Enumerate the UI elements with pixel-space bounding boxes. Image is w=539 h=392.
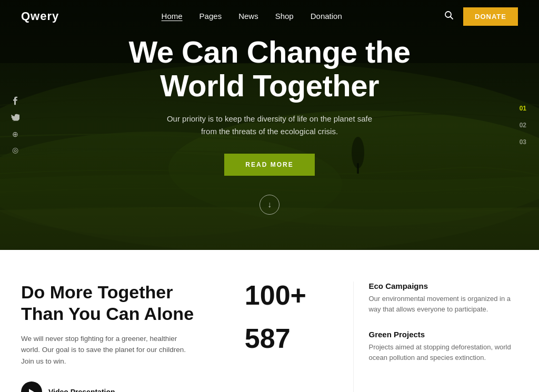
slide-indicator-3[interactable]: 03: [520, 138, 526, 146]
slide-indicator-2[interactable]: 02: [520, 122, 526, 129]
info-title-1: Eco Campaigns: [368, 282, 518, 290]
nav-item-donation[interactable]: Donation: [311, 12, 342, 21]
nav-item-pages[interactable]: Pages: [199, 12, 222, 21]
video-label: Video Presentation: [48, 388, 115, 392]
hero-content: We Can Change the World Together Our pri…: [0, 0, 539, 250]
svg-marker-10: [29, 389, 34, 392]
content-description: We will never stop fighting for a greene…: [21, 333, 189, 367]
facebook-icon[interactable]: [11, 96, 20, 106]
instagram-icon[interactable]: ◎: [11, 145, 20, 154]
navigation: Qwery Home Pages News Shop Donation: [0, 0, 539, 33]
nav-right: DONATE: [444, 7, 518, 26]
play-button[interactable]: [21, 381, 42, 392]
slide-indicators: 01 02 03: [520, 105, 526, 146]
content-section: Do More Together Than You Can Alone We w…: [0, 250, 539, 392]
info-item-2: Green Projects Projects aimed at stoppin…: [368, 330, 518, 363]
content-left: Do More Together Than You Can Alone We w…: [21, 282, 245, 392]
content-heading: Do More Together Than You Can Alone: [21, 282, 224, 325]
social-sidebar: ⊕ ◎: [11, 96, 20, 154]
info-title-2: Green Projects: [368, 330, 518, 339]
nav-item-home[interactable]: Home: [162, 12, 183, 21]
scroll-down-button[interactable]: ↓: [259, 195, 280, 215]
site-logo[interactable]: Qwery: [21, 9, 59, 23]
donate-button[interactable]: DONATE: [463, 7, 518, 26]
hero-section: Qwery Home Pages News Shop Donation: [0, 0, 539, 250]
stat-item-1: 100+: [245, 282, 338, 309]
video-presentation-link[interactable]: Video Presentation: [21, 381, 224, 392]
info-desc-1: Our environmental movement is organized …: [368, 294, 518, 314]
stats-numbers: 100+ 587: [245, 282, 354, 392]
search-icon[interactable]: [444, 11, 454, 23]
nav-item-news[interactable]: News: [238, 12, 258, 21]
dribbble-icon[interactable]: ⊕: [11, 129, 20, 138]
read-more-button[interactable]: READ MORE: [224, 154, 314, 176]
nav-item-shop[interactable]: Shop: [275, 12, 294, 21]
content-right: 100+ 587 Eco Campaigns Our environmental…: [245, 282, 518, 392]
stats-info: Eco Campaigns Our environmental movement…: [354, 282, 518, 392]
stat-item-2: 587: [245, 325, 338, 352]
nav-links: Home Pages News Shop Donation: [162, 12, 342, 21]
stat-number-1: 100+: [245, 282, 338, 309]
hero-title: We Can Change the World Together: [128, 35, 410, 103]
info-desc-2: Projects aimed at stopping deforestation…: [368, 342, 518, 363]
hero-subtitle: Our priority is to keep the diversity of…: [159, 113, 380, 138]
twitter-icon[interactable]: [11, 114, 20, 122]
slide-indicator-1[interactable]: 01: [520, 105, 526, 112]
svg-line-9: [451, 16, 453, 19]
info-item-1: Eco Campaigns Our environmental movement…: [368, 282, 518, 314]
stat-number-2: 587: [245, 325, 338, 352]
